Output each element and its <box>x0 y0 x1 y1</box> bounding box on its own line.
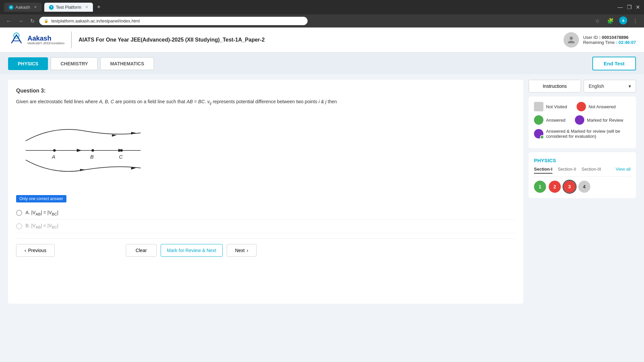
tab-mathematics[interactable]: MATHEMATICS <box>100 57 154 70</box>
previous-label: Previous <box>28 248 46 253</box>
svg-text:C: C <box>119 154 123 159</box>
tab-test-close[interactable]: ✕ <box>85 5 88 9</box>
not-visited-indicator <box>534 102 543 111</box>
palette-num-3[interactable]: 3 <box>564 181 576 193</box>
tab-chemistry[interactable]: CHEMISTRY <box>51 57 98 70</box>
aakash-favicon: A <box>9 5 13 10</box>
navigation-buttons: ‹ Previous Clear Mark for Review & Next … <box>16 238 515 257</box>
option-a-row[interactable]: A. |VAB| = |VBC| <box>16 206 515 220</box>
previous-button[interactable]: ‹ Previous <box>16 244 55 257</box>
security-icon: 🔒 <box>44 19 49 23</box>
menu-button[interactable]: ⋮ <box>631 16 640 25</box>
palette-section-i[interactable]: Section-I <box>534 167 552 174</box>
not-answered-label: Not Answered <box>589 104 616 109</box>
not-visited-label: Not Visited <box>546 104 567 109</box>
extensions-button[interactable]: 🧩 <box>605 16 616 25</box>
palette-num-2[interactable]: 2 <box>549 181 561 193</box>
profile-avatar[interactable]: a <box>619 16 627 24</box>
view-all-link[interactable]: View all <box>615 167 631 174</box>
back-button[interactable]: ← <box>4 17 13 25</box>
language-dropdown[interactable]: English ▾ <box>584 80 636 93</box>
user-avatar <box>564 32 579 48</box>
tab-physics[interactable]: PHYSICS <box>8 57 48 70</box>
test-platform-favicon: T <box>49 5 54 10</box>
answered-marked-label: Answered & Marked for review (will be co… <box>546 129 631 139</box>
legend-not-visited: Not Visited <box>534 102 567 111</box>
bookmark-button[interactable]: ☆ <box>593 16 602 25</box>
legend-answered-marked: Answered & Marked for review (will be co… <box>534 129 631 139</box>
sidebar-top-controls: Instructions English ▾ <box>529 80 636 93</box>
legend-marked-review: Marked for Review <box>575 115 623 125</box>
win-close[interactable]: ✕ <box>636 4 640 10</box>
previous-chevron: ‹ <box>24 248 26 253</box>
instructions-button[interactable]: Instructions <box>529 80 581 93</box>
question-palette-numbers: 1 2 3 4 <box>534 181 631 193</box>
address-text: testplatform.aakash.ac.in/testpanel/inde… <box>51 18 140 23</box>
svg-point-2 <box>570 37 573 40</box>
answered-marked-sub-dot <box>540 135 544 139</box>
svg-marker-4 <box>112 134 117 137</box>
end-test-button[interactable]: End Test <box>592 57 636 70</box>
aakash-logo-icon <box>8 32 25 48</box>
mark-review-button[interactable]: Mark for Review & Next <box>161 244 223 257</box>
tab-aakash-close[interactable]: ✕ <box>34 5 37 9</box>
svg-point-10 <box>92 149 94 152</box>
answer-type-badge: Only one correct answer <box>16 195 66 202</box>
palette-num-4[interactable]: 4 <box>578 181 590 193</box>
sidebar-panel: Instructions English ▾ Not Visited Not A… <box>529 80 636 304</box>
legend-not-answered: Not Answered <box>577 102 616 111</box>
legend-answered: Answered <box>534 115 566 125</box>
window-controls: — ❐ ✕ <box>618 4 640 10</box>
new-tab-button[interactable]: + <box>97 4 101 11</box>
palette-section-ii[interactable]: Section-II <box>558 167 576 174</box>
svg-text:A: A <box>52 154 55 159</box>
next-label: Next <box>235 248 245 253</box>
question-text: Given are electrostatic field lines wher… <box>16 98 515 107</box>
user-details: User ID : 00010478896 Remaining Time : 0… <box>583 35 636 45</box>
tab-aakash-label: Aakash <box>15 5 30 10</box>
field-lines-diagram: A B C <box>16 112 150 186</box>
user-info-area: User ID : 00010478896 Remaining Time : 0… <box>564 32 636 48</box>
win-restore[interactable]: ❐ <box>627 4 632 10</box>
answered-indicator <box>534 115 543 125</box>
palette-panel: PHYSICS Section-I Section-II Section-III… <box>529 152 636 198</box>
remaining-time-label: Remaining Time <box>583 40 614 45</box>
user-id-label: User ID <box>583 35 598 40</box>
marked-review-indicator <box>575 115 584 125</box>
question-scroll-area[interactable]: Question 3: Given are electrostatic fiel… <box>16 88 515 233</box>
option-b-row[interactable]: B. |VAB| < |VBC| <box>16 220 515 233</box>
avatar-icon <box>566 35 576 45</box>
logo-text: Aakash <box>28 35 64 42</box>
palette-section-iii[interactable]: Section-III <box>582 167 601 174</box>
remaining-time-row: Remaining Time : 02:46:07 <box>583 40 636 45</box>
tab-aakash[interactable]: A Aakash ✕ <box>4 3 42 12</box>
chevron-down-icon: ▾ <box>629 83 631 89</box>
question-number: Question 3: <box>16 88 515 94</box>
option-b-text: B. |VAB| < |VBC| <box>25 223 58 229</box>
palette-num-1[interactable]: 1 <box>534 181 546 193</box>
browser-chrome: A Aakash ✕ T Test Platform ✕ + — ❐ ✕ <box>0 0 644 14</box>
palette-subject-label: PHYSICS <box>534 158 631 163</box>
tab-test-platform[interactable]: T Test Platform ✕ <box>44 3 93 12</box>
next-chevron: › <box>247 248 248 253</box>
browser-toolbar: ← → ↻ 🔒 testplatform.aakash.ac.in/testpa… <box>0 14 644 27</box>
reload-button[interactable]: ↻ <box>28 16 37 25</box>
legend-row-1: Not Visited Not Answered <box>534 102 631 111</box>
legend-row-2: Answered Marked for Review <box>534 115 631 125</box>
user-id-value: : 00010478896 <box>599 35 628 40</box>
remaining-time-value: : 02:46:07 <box>616 40 636 45</box>
clear-button[interactable]: Clear <box>126 244 156 257</box>
logo-area: Aakash Medical|IIT-JEE|Foundation <box>8 32 72 48</box>
forward-button[interactable]: → <box>16 17 25 25</box>
next-button[interactable]: Next › <box>227 244 257 257</box>
logo-text-area: Aakash Medical|IIT-JEE|Foundation <box>28 35 64 45</box>
option-b-radio[interactable] <box>16 223 22 229</box>
win-minimize[interactable]: — <box>618 4 623 10</box>
question-panel: Question 3: Given are electrostatic fiel… <box>8 80 523 304</box>
not-answered-indicator <box>577 102 586 111</box>
svg-point-8 <box>53 149 56 152</box>
palette-sections-tabs: Section-I Section-II Section-III View al… <box>534 167 631 177</box>
option-a-radio[interactable] <box>16 210 22 216</box>
address-bar[interactable]: 🔒 testplatform.aakash.ac.in/testpanel/in… <box>39 17 308 25</box>
app-header: Aakash Medical|IIT-JEE|Foundation AIATS … <box>0 27 644 53</box>
